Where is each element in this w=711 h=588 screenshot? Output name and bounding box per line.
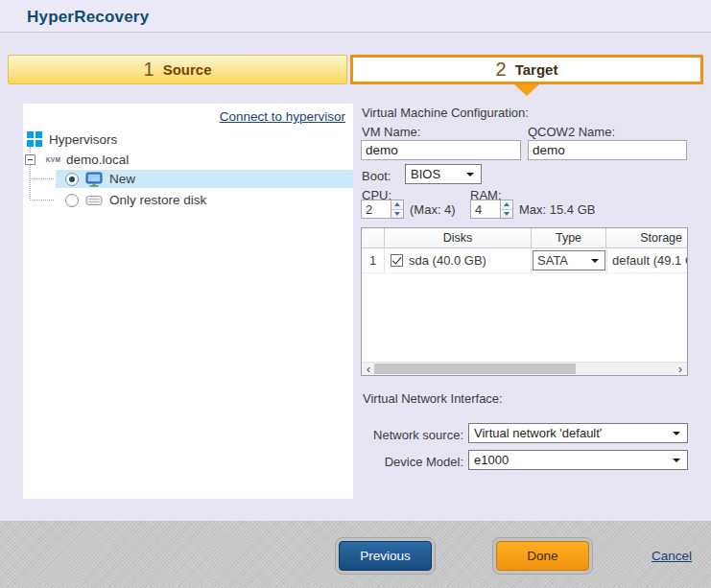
horizontal-scrollbar[interactable]: ‹ ›: [362, 362, 687, 375]
device-model-value: e1000: [474, 453, 509, 467]
tab-target-number: 2: [496, 59, 507, 81]
tree-option-only-restore-disk[interactable]: Only restore disk: [56, 191, 353, 209]
collapse-toggle-icon[interactable]: [25, 154, 36, 165]
cpu-max-note: (Max: 4): [410, 202, 456, 217]
window-title: HyperRecovery: [27, 8, 149, 27]
scroll-left-icon[interactable]: ‹: [362, 363, 375, 375]
vm-name-label: VM Name:: [362, 125, 420, 139]
scrollbar-thumb[interactable]: [374, 364, 576, 374]
boot-select-value: BIOS: [411, 167, 440, 181]
qcow2-name-label: QCOW2 Name:: [528, 125, 615, 139]
tree-connector: [30, 200, 54, 200]
ram-decrement-icon[interactable]: [501, 210, 512, 219]
boot-select[interactable]: BIOS: [405, 164, 482, 184]
vm-config-section-title: Virtual Machine Configuration:: [362, 106, 529, 120]
device-model-label: Device Model:: [363, 455, 463, 469]
tree-item-host-label: demo.local: [66, 153, 129, 167]
tree-connector: [30, 178, 54, 179]
tree-option-only-restore-disk-label: Only restore disk: [109, 193, 206, 207]
device-model-select[interactable]: e1000: [468, 450, 688, 470]
cpu-decrement-icon[interactable]: [391, 210, 403, 219]
hypervisor-tree-panel: Connect to hypervisor Hypervisors KVM de…: [23, 104, 353, 499]
tree-item-hypervisors[interactable]: Hypervisors: [27, 130, 117, 148]
network-source-value: Virtual network 'default': [474, 426, 602, 440]
table-row[interactable]: 1 sda (40.0 GB) SATA default (49.1 G: [362, 248, 687, 273]
windows-logo-icon: [27, 131, 42, 147]
network-source-select[interactable]: Virtual network 'default': [468, 423, 688, 443]
done-button-ring: Done: [492, 537, 593, 575]
active-tab-pointer-icon: [514, 84, 539, 96]
vm-monitor-icon: [85, 172, 103, 187]
ram-increment-icon[interactable]: [501, 200, 512, 210]
titlebar: HyperRecovery: [0, 0, 711, 33]
network-source-label: Network source:: [363, 428, 463, 442]
column-header-type: Type: [532, 228, 606, 247]
tree-option-new[interactable]: New: [56, 170, 353, 188]
column-header-index: [362, 228, 385, 247]
disks-table-header: Disks Type Storage: [362, 228, 687, 248]
ram-value[interactable]: 4: [471, 200, 500, 218]
tree-connector: [30, 163, 31, 200]
previous-button-ring: Previous: [335, 537, 436, 575]
tab-source[interactable]: 1 Source: [8, 55, 347, 84]
qcow2-name-input[interactable]: [528, 140, 687, 160]
vm-name-input[interactable]: [361, 140, 521, 160]
tree-item-hypervisors-label: Hypervisors: [49, 132, 117, 147]
disk-checkbox[interactable]: [391, 254, 403, 267]
cpu-value[interactable]: 2: [362, 200, 391, 218]
connect-to-hypervisor-link[interactable]: Connect to hypervisor: [220, 109, 345, 124]
disk-icon: [85, 194, 103, 207]
column-header-storage: Storage: [606, 228, 687, 247]
tree-option-new-label: New: [109, 172, 135, 186]
tab-source-number: 1: [144, 59, 154, 81]
network-section-title: Virtual Network Interface:: [363, 391, 503, 406]
cpu-increment-icon[interactable]: [391, 200, 403, 210]
radio-new[interactable]: [65, 173, 79, 186]
disk-storage-value: default (49.1 G: [606, 248, 687, 272]
ram-stepper[interactable]: 4: [470, 200, 513, 219]
previous-button[interactable]: Previous: [339, 541, 432, 571]
ram-max-note: Max: 15.4 GB: [519, 202, 595, 217]
column-header-disks: Disks: [385, 228, 532, 247]
kvm-icon: KVM: [44, 156, 62, 163]
disk-type-value: SATA: [537, 253, 568, 268]
cancel-link[interactable]: Cancel: [652, 549, 692, 563]
cpu-stepper[interactable]: 2: [361, 200, 404, 219]
tab-target-label: Target: [515, 61, 558, 78]
row-index: 1: [362, 248, 385, 272]
disk-name: sda (40.0 GB): [409, 253, 486, 268]
disks-table: Disks Type Storage 1 sda (40.0 GB) SATA …: [361, 227, 688, 376]
done-button[interactable]: Done: [496, 541, 589, 571]
tab-source-label: Source: [163, 61, 212, 78]
scroll-right-icon[interactable]: ›: [674, 363, 687, 375]
boot-label: Boot:: [362, 169, 391, 183]
radio-only-restore-disk[interactable]: [65, 194, 79, 207]
tab-target[interactable]: 2 Target: [350, 55, 703, 84]
tree-item-host[interactable]: KVM demo.local: [25, 151, 129, 168]
disk-type-select[interactable]: SATA: [533, 250, 605, 270]
